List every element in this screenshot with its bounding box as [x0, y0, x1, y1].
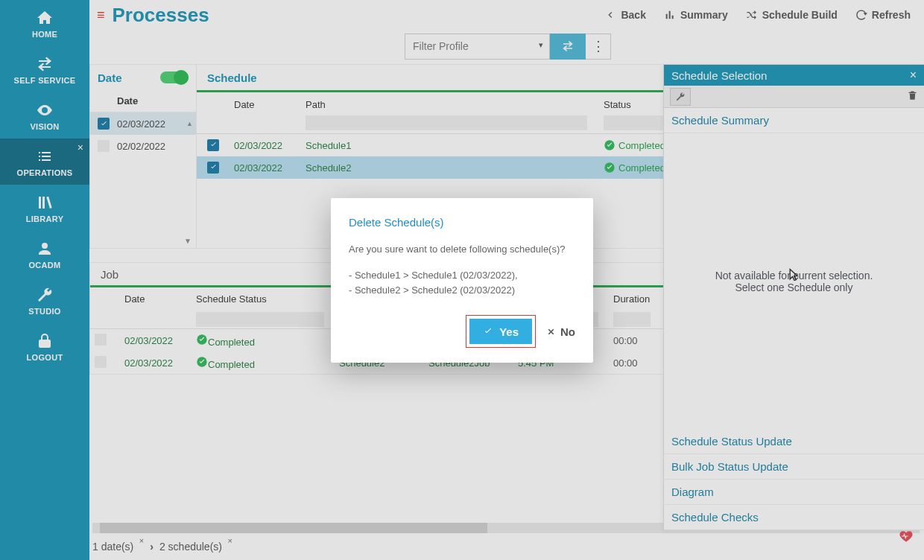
x-icon [546, 327, 556, 337]
no-button[interactable]: No [546, 325, 575, 338]
modal-prompt: Are you sure want to delete following sc… [349, 244, 575, 255]
modal-actions: Yes No [349, 315, 575, 348]
modal-item: - Schedule2 > Schedule2 (02/03/2022) [349, 283, 575, 298]
yes-button[interactable]: Yes [469, 319, 532, 344]
yes-label: Yes [499, 325, 519, 338]
modal-title: Delete Schedule(s) [349, 216, 575, 229]
modal-item: - Schedule1 > Schedule1 (02/03/2022), [349, 268, 575, 283]
modal-item-list: - Schedule1 > Schedule1 (02/03/2022), - … [349, 268, 575, 297]
check-icon [483, 326, 493, 337]
no-label: No [560, 325, 575, 338]
delete-schedules-modal: Delete Schedule(s) Are you sure want to … [331, 198, 593, 363]
yes-highlight: Yes [466, 315, 536, 348]
